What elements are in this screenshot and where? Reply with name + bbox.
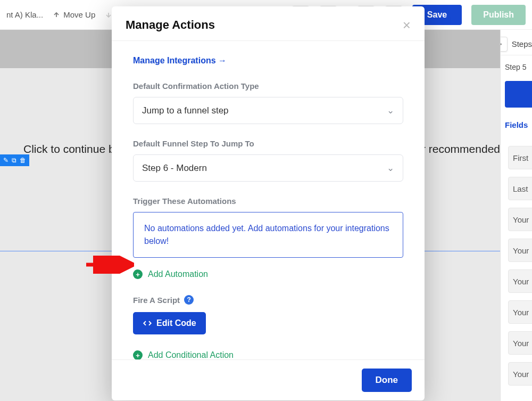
modal-footer: Done [112, 359, 425, 400]
add-conditional-action-button[interactable]: + Add Conditional Action [133, 350, 403, 359]
jump-step-label: Default Funnel Step To Jump To [133, 139, 403, 148]
help-icon[interactable]: ? [184, 295, 194, 305]
manage-integrations-link[interactable]: Manage Integrations → [133, 56, 227, 66]
edit-code-button[interactable]: Edit Code [133, 312, 206, 334]
edit-code-label: Edit Code [156, 318, 196, 328]
modal-body: Manage Integrations → Default Confirmati… [112, 41, 425, 359]
add-automation-label: Add Automation [148, 269, 208, 279]
done-button[interactable]: Done [362, 369, 412, 392]
confirmation-type-select[interactable]: Jump to a funnel step ⌄ [133, 97, 403, 124]
jump-step-select[interactable]: Step 6 - Modern ⌄ [133, 154, 403, 182]
close-icon[interactable]: × [403, 18, 411, 32]
code-icon [143, 318, 152, 328]
confirmation-type-label: Default Confirmation Action Type [133, 81, 403, 91]
trigger-automations-label: Trigger These Automations [133, 197, 403, 206]
add-automation-button[interactable]: + Add Automation [133, 269, 403, 279]
modal-header: Manage Actions × [112, 6, 425, 41]
chevron-down-icon: ⌄ [387, 162, 394, 174]
manage-actions-modal: Manage Actions × Manage Integrations → D… [112, 6, 425, 400]
modal-overlay: Manage Actions × Manage Integrations → D… [0, 0, 532, 401]
fire-script-label: Fire A Script [133, 296, 180, 305]
jump-step-value: Step 6 - Modern [142, 163, 207, 174]
add-conditional-label: Add Conditional Action [148, 350, 234, 359]
modal-title: Manage Actions [126, 18, 215, 32]
confirmation-type-value: Jump to a funnel step [142, 105, 229, 116]
plus-circle-icon: + [133, 269, 143, 279]
chevron-down-icon: ⌄ [387, 105, 394, 116]
empty-automations-notice: No automations added yet. Add automation… [133, 212, 403, 258]
plus-circle-icon: + [133, 350, 143, 359]
